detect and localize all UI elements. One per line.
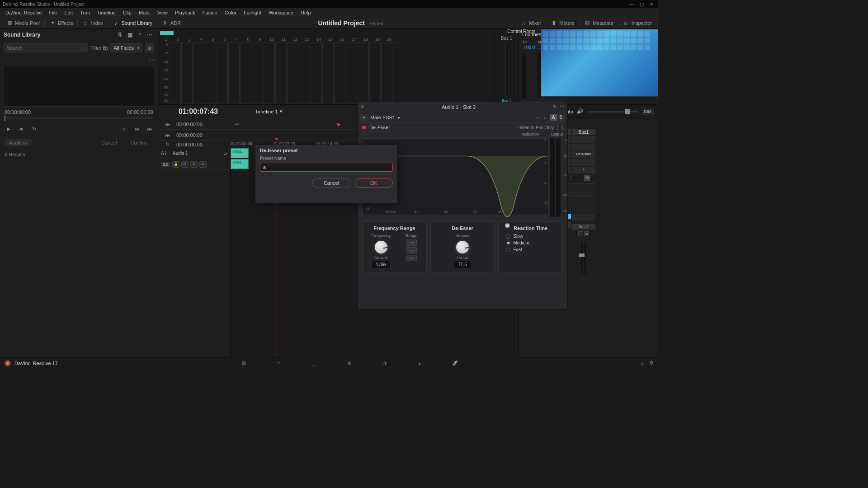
settings-button[interactable]: ⚙ [649,360,654,366]
color-page[interactable]: ◑ [381,359,389,367]
dynamics-graph[interactable] [572,183,595,197]
preset-name-input[interactable] [260,163,393,172]
effects-in-post[interactable]: In [584,175,590,181]
plugin-close[interactable]: ✕ [360,104,364,110]
dialog-ok[interactable]: OK [355,178,393,188]
frequency-value[interactable]: 4.36k [371,261,390,268]
effect-add[interactable]: + [572,167,595,174]
mute-button[interactable]: M [199,161,207,168]
cancel-button[interactable]: Cancel [96,139,122,146]
fairlight-page[interactable]: ♪ [416,359,424,367]
reaction-medium[interactable]: Medium [501,240,560,245]
effect-slot-1[interactable]: De-Esser [572,151,595,158]
cut-page[interactable]: ✂ [275,359,283,367]
arm-button[interactable]: R [181,161,189,168]
home-button[interactable]: ⌂ [641,360,644,366]
channel-fader[interactable] [581,242,583,274]
go-end-button[interactable]: ⏭ [158,132,176,138]
menu-playback[interactable]: Playback [171,10,199,15]
listen-checkbox[interactable] [557,125,563,130]
compare-b[interactable]: B [557,114,565,121]
maximize-button[interactable]: ▢ [637,1,646,7]
compare-a[interactable]: A [550,114,557,121]
plugin-options[interactable]: ⋯ [560,104,565,110]
edit-page[interactable]: ⎯ [310,359,318,367]
track-volume[interactable]: 0.0 [161,162,170,167]
go-start-button[interactable]: ⏮ [158,122,176,127]
sound-library-tab[interactable]: ♪Sound Library [109,17,156,28]
menu-view[interactable]: View [153,10,171,15]
insert-button[interactable]: ⎆ [120,125,128,133]
bypass-indicator[interactable] [362,126,366,129]
lock-button[interactable]: 🔒 [172,161,179,168]
menu-color[interactable]: Color [221,10,240,15]
grid-view-button[interactable]: ▦ [125,30,134,39]
menu-fairlight[interactable]: Fairlight [240,10,265,15]
media-pool-tab[interactable]: ▦Media Pool [3,17,43,28]
loop-button[interactable]: ↻ [30,125,38,133]
track-name[interactable]: Audio 1 [173,151,222,156]
next-arrow[interactable]: › [152,57,154,62]
ch-mute[interactable]: M [584,231,589,236]
index-tab[interactable]: ☰Index [79,17,107,28]
filter-select[interactable]: All Fields [110,43,142,52]
amount-knob[interactable] [455,239,470,255]
plugin-refresh[interactable]: ↻ [553,104,557,110]
menu-edit[interactable]: Edit [61,10,76,15]
audio-clip[interactable]: dees... [231,159,249,169]
fx-indicator[interactable]: fx [224,151,227,156]
minimize-button[interactable]: — [627,1,636,7]
menu-resolve[interactable]: DaVinci Resolve [2,10,46,15]
menu-mark[interactable]: Mark [135,10,153,15]
speaker-icon[interactable]: 🔊 [577,108,583,114]
effects-in-pre[interactable] [572,175,578,180]
timeline-selector[interactable]: Timeline 1 ▾ [255,108,282,114]
menu-fusion[interactable]: Fusion [199,10,221,15]
loop-toggle[interactable]: ↻ [158,141,176,147]
mixer-options[interactable]: ⋯ [651,122,656,127]
reaction-fast[interactable]: Fast [501,247,560,252]
menu-help[interactable]: Help [297,10,315,15]
amount-value[interactable]: 71.5 [454,261,471,268]
preset-select[interactable]: Male ESS* [370,115,533,120]
list-view-button[interactable]: ≡ [135,30,144,39]
menu-workspace[interactable]: Workspace [265,10,297,15]
meters-tab[interactable]: ▮Meters [547,17,578,28]
menu-file[interactable]: File [46,10,61,15]
range-medium[interactable] [406,247,417,253]
solo-button[interactable]: S [190,161,198,168]
frequency-knob[interactable] [373,239,389,255]
skip-fwd-button[interactable]: ⏭ [132,125,141,133]
ch-solo[interactable] [578,231,583,236]
confirm-button[interactable]: Confirm [125,139,153,146]
effects-tab[interactable]: ✦Effects [46,17,76,28]
audition-button[interactable]: Audition [5,139,32,146]
skip-back-button[interactable]: ⏮ [145,125,153,133]
monitor-volume[interactable] [587,111,638,113]
fusion-page[interactable]: ◉ [345,359,354,367]
menu-trim[interactable]: Trim [76,10,94,15]
mixer-tab[interactable]: ⎍Mixer [517,17,545,28]
preset-next[interactable]: › [542,115,547,120]
deliver-page[interactable]: 🚀 [451,359,459,367]
preview-scrubber[interactable] [5,117,153,119]
eq-graph[interactable] [572,199,595,212]
dialog-cancel[interactable]: Cancel [312,178,350,188]
options-button[interactable]: ⋯ [145,30,154,39]
menu-timeline[interactable]: Timeline [94,10,119,15]
viewer-thumbnail[interactable] [541,29,658,97]
close-button[interactable]: ✕ [647,1,656,7]
dim-button[interactable]: DIM [642,108,654,115]
sort-button[interactable]: ⇅ [115,30,124,39]
search-input[interactable] [4,43,88,52]
filter-button[interactable]: ⎚ [145,43,154,52]
menu-clip[interactable]: Clip [119,10,135,15]
audio-clip[interactable]: dees... [231,148,249,158]
range-wide[interactable] [406,255,417,261]
range-narrow[interactable] [406,239,417,246]
adr-tab[interactable]: 🎙ADR [158,17,184,28]
inspector-tab[interactable]: ⎚Inspector [619,17,656,28]
preset-prev[interactable]: ‹ [536,115,540,120]
play-button[interactable]: ▶ [5,125,13,133]
metadata-tab[interactable]: ▤Metadata [580,17,617,28]
